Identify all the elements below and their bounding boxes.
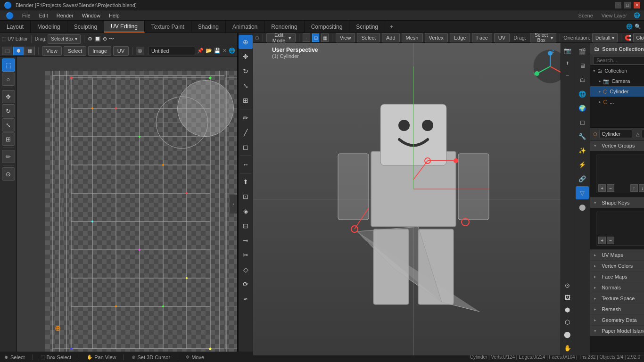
search-icon-header[interactable]: 🔍: [635, 24, 641, 30]
loop-cut-3d[interactable]: ⊟: [239, 219, 253, 233]
spin-3d[interactable]: ⟳: [239, 277, 253, 291]
bevel-tool-3d[interactable]: ◈: [239, 204, 253, 218]
sample-color-btn[interactable]: ⊙: [2, 167, 15, 181]
blender-menu[interactable]: 🔵: [2, 11, 17, 20]
measure-tool-3d[interactable]: ↔: [239, 157, 253, 172]
view-layer-props-btn[interactable]: 🗂: [576, 73, 589, 86]
annotate-line-3d[interactable]: ╱: [239, 125, 253, 140]
uv-mode-icon3[interactable]: ▦: [25, 47, 35, 55]
select-menu-3d[interactable]: Select: [357, 33, 380, 42]
remesh-header[interactable]: ▸ Remesh: [590, 304, 644, 314]
particles-props-btn[interactable]: ✨: [576, 144, 589, 157]
sk-remove-btn[interactable]: −: [607, 237, 614, 244]
select-box-tool-btn[interactable]: ⬚: [2, 58, 15, 72]
view-menu-3d[interactable]: View: [336, 33, 355, 42]
move-tool-btn[interactable]: ✥: [2, 90, 15, 103]
snapping-icon[interactable]: 🧲: [625, 35, 631, 41]
help-menu[interactable]: Help: [105, 12, 124, 19]
scene-selector[interactable]: 🌐: [626, 24, 633, 30]
uv-sidebar-toggle[interactable]: ›: [230, 195, 237, 214]
image-save-btn[interactable]: 💾: [214, 48, 221, 54]
move-tool-3d[interactable]: ✥: [239, 49, 253, 64]
inset-faces-3d[interactable]: ⊡: [239, 189, 253, 204]
outliner-search-input[interactable]: [593, 56, 644, 65]
paper-model-header[interactable]: ▾ Paper Model Islands: [590, 326, 644, 336]
file-menu[interactable]: File: [18, 12, 34, 19]
window-menu[interactable]: Window: [78, 12, 104, 19]
uv-menu-uv[interactable]: UV: [113, 46, 129, 56]
render-menu[interactable]: Render: [53, 12, 77, 19]
uv-canvas-viewport[interactable]: ⊕ ›: [17, 57, 237, 352]
vg-down-btn[interactable]: ↓: [639, 184, 644, 192]
vertex-colors-header[interactable]: ▸ Vertex Colors: [590, 261, 644, 271]
maximize-button[interactable]: □: [624, 2, 631, 8]
constraints-props-btn[interactable]: 🔗: [576, 172, 589, 185]
face-mode-btn[interactable]: ▦: [321, 33, 329, 42]
normals-header[interactable]: ▸ Normals: [590, 282, 644, 293]
viewport-texture-btn[interactable]: ⬢: [562, 304, 573, 315]
uv-header-icon3[interactable]: ⊕: [103, 36, 107, 42]
vg-up-btn[interactable]: ↑: [630, 184, 638, 192]
minimize-button[interactable]: −: [615, 2, 621, 8]
uv-proportional-btn[interactable]: ◎: [136, 47, 144, 55]
outliner-item-camera[interactable]: ▸ 📷 Camera 👁: [590, 76, 644, 86]
face-menu-3d[interactable]: Face: [472, 33, 492, 42]
tab-animation[interactable]: Animation: [226, 21, 264, 33]
rotate-tool-3d[interactable]: ↻: [239, 64, 253, 78]
tab-compositing[interactable]: Compositing: [305, 21, 350, 33]
vg-remove-btn[interactable]: −: [607, 184, 614, 192]
shape-keys-header[interactable]: ▾ Shape Keys: [590, 197, 644, 208]
add-workspace-button[interactable]: +: [385, 21, 398, 33]
face-maps-header[interactable]: ▸ Face Maps: [590, 272, 644, 282]
proportional-edit-btn[interactable]: Global ▾: [633, 33, 644, 42]
tab-modeling[interactable]: Modeling: [31, 21, 67, 33]
add-menu-3d[interactable]: Add: [382, 33, 400, 42]
select-menu-uv[interactable]: Select: [64, 46, 87, 56]
vert-mode-btn[interactable]: ·: [303, 33, 310, 42]
image-name-input[interactable]: [148, 47, 195, 55]
world-props-btn[interactable]: 🌍: [576, 101, 589, 115]
mesh-menu-3d[interactable]: Mesh: [402, 33, 423, 42]
tab-texture-paint[interactable]: Texture Paint: [145, 21, 191, 33]
image-menu-uv[interactable]: Image: [88, 46, 111, 56]
transform-tool-btn[interactable]: ⊞: [2, 132, 15, 146]
data-props-btn[interactable]: ▽: [576, 186, 589, 199]
orientation-selector[interactable]: Default ▾: [592, 33, 618, 42]
viewport-render-btn[interactable]: 🖼: [562, 292, 573, 303]
close-button[interactable]: ✕: [634, 2, 640, 8]
uv-mode-icon2[interactable]: ⬢: [13, 47, 24, 55]
scale-tool-3d[interactable]: ⤡: [239, 79, 253, 93]
viewport-solid-btn[interactable]: ⬤: [562, 329, 573, 340]
viewport-zoom-out[interactable]: −: [562, 69, 573, 81]
physics-props-btn[interactable]: ⚡: [576, 158, 589, 171]
knife-tool-3d[interactable]: ✂: [239, 248, 253, 262]
annotate-erase-3d[interactable]: ◻: [239, 140, 253, 154]
tab-scripting[interactable]: Scripting: [349, 21, 385, 33]
image-close-btn[interactable]: ✕: [223, 48, 227, 54]
outliner-item-extra[interactable]: ▸ ⬡ ...: [590, 97, 644, 107]
scale-tool-btn[interactable]: ⤡: [2, 118, 15, 132]
tab-rendering[interactable]: Rendering: [264, 21, 304, 33]
object-props-btn[interactable]: ◻: [576, 115, 589, 129]
output-props-btn[interactable]: 🖥: [576, 59, 589, 72]
outliner-item-collection[interactable]: ▾ 🗂 Collection 👁 📷: [590, 66, 644, 76]
offset-edge-3d[interactable]: ⊸: [239, 233, 253, 247]
sk-add-btn[interactable]: +: [598, 237, 606, 244]
uv-menu-3d[interactable]: UV: [494, 33, 510, 42]
annotate-tool-btn[interactable]: ✏: [2, 150, 15, 163]
texture-space-header[interactable]: ▸ Texture Space: [590, 293, 644, 304]
poly-build-3d[interactable]: ◇: [239, 263, 253, 277]
vertex-menu-3d[interactable]: Vertex: [425, 33, 448, 42]
geometry-data-header[interactable]: ▸ Geometry Data: [590, 315, 644, 325]
smooth-3d[interactable]: ≈: [239, 292, 253, 306]
viewport-zoom-in[interactable]: +: [562, 57, 573, 68]
tab-sculpting[interactable]: Sculpting: [67, 21, 104, 33]
image-open-btn[interactable]: 📂: [206, 48, 212, 54]
viewport-local-view[interactable]: ⊙: [562, 280, 573, 291]
view-menu-uv[interactable]: View: [42, 46, 62, 56]
uv-header-icon1[interactable]: ⚙: [88, 36, 92, 42]
vertex-groups-header[interactable]: ▾ Vertex Groups: [590, 140, 644, 151]
tab-uv-editing[interactable]: UV Editing: [104, 21, 145, 33]
tab-layout[interactable]: Layout: [0, 21, 31, 33]
object-name-input[interactable]: [599, 130, 632, 138]
